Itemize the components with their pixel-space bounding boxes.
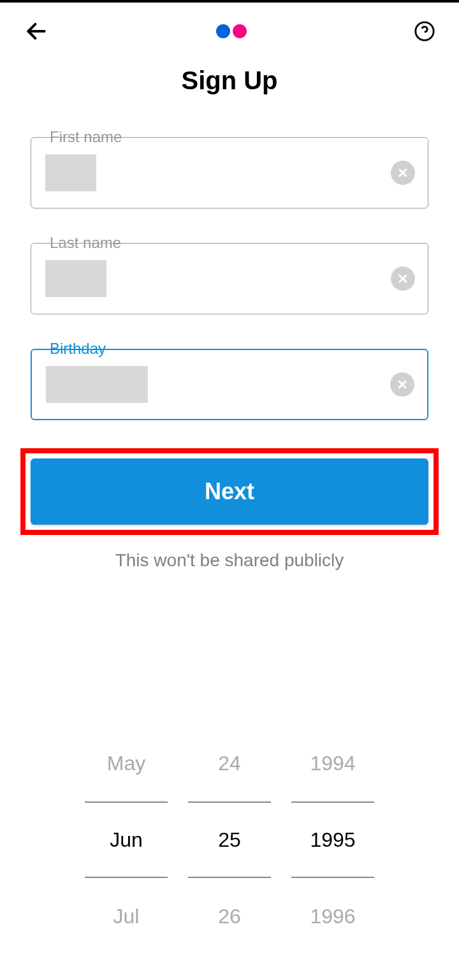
logo-dot-pink [233,24,247,38]
page-title: Sign Up [0,66,459,95]
month-next[interactable]: Jul [85,878,168,954]
signup-form: First name Last name Birthday [0,137,459,571]
month-picker-column[interactable]: May Jun Jul [85,725,168,954]
first-name-field-wrapper: First name [31,137,428,208]
day-picker-column[interactable]: 24 25 26 [188,725,271,954]
birthday-redacted-value [46,366,148,403]
first-name-input[interactable] [31,137,428,208]
close-icon [396,378,409,391]
year-picker-column[interactable]: 1994 1995 1996 [291,725,374,954]
privacy-notice: This won't be shared publicly [31,550,428,571]
day-prev[interactable]: 24 [188,725,271,801]
clear-last-name-button[interactable] [391,267,415,291]
arrow-left-icon [24,19,48,43]
month-prev[interactable]: May [85,725,168,801]
logo-dot-blue [216,24,230,38]
help-button[interactable] [413,20,436,43]
header-bar [0,3,459,52]
last-name-field-wrapper: Last name [31,243,428,314]
last-name-input[interactable] [31,243,428,314]
day-current[interactable]: 25 [188,801,271,878]
birthday-input[interactable] [31,349,428,420]
question-circle-icon [414,20,435,42]
year-current[interactable]: 1995 [291,801,374,878]
clear-first-name-button[interactable] [391,161,415,185]
month-current[interactable]: Jun [85,801,168,878]
year-prev[interactable]: 1994 [291,725,374,801]
first-name-redacted-value [45,154,96,191]
next-button-highlight-frame: Next [20,448,439,535]
close-icon [397,166,409,179]
back-button[interactable] [23,18,50,45]
next-button[interactable]: Next [31,458,428,525]
last-name-redacted-value [45,260,106,297]
day-next[interactable]: 26 [188,878,271,954]
birthday-field-wrapper: Birthday [31,349,428,420]
year-next[interactable]: 1996 [291,878,374,954]
clear-birthday-button[interactable] [390,372,414,397]
flickr-logo [216,24,247,38]
date-picker[interactable]: May Jun Jul 24 25 26 1994 1995 1996 [0,725,459,980]
close-icon [397,272,409,285]
